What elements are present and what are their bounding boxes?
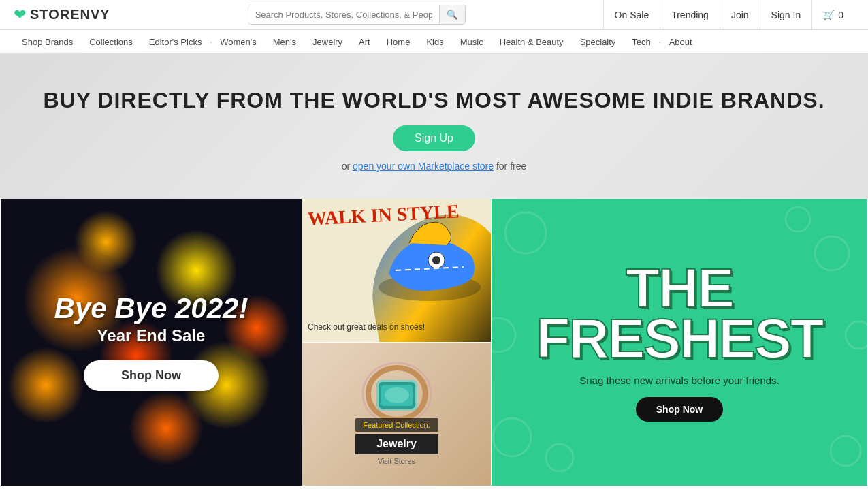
svg-point-8 — [546, 444, 573, 471]
hero-title: BUY DIRECTLY FROM THE WORLD'S MOST AWESO… — [43, 88, 824, 113]
svg-point-4 — [505, 212, 546, 253]
banner4-label: Featured Collection: — [355, 418, 438, 432]
nav-jewelry[interactable]: Jewelry — [304, 30, 351, 54]
banner3-subtitle: Snag these new arrivals before your frie… — [492, 375, 867, 386]
logo-icon: ❤ — [14, 6, 26, 24]
bye-bye-banner[interactable]: Bye Bye 2022! Year End Sale Shop Now — [1, 199, 302, 486]
nav-art[interactable]: Art — [351, 30, 379, 54]
svg-point-6 — [493, 418, 531, 456]
banner3-cta[interactable]: Shop Now — [636, 397, 723, 422]
signup-button[interactable]: Sign Up — [393, 125, 475, 151]
sign-in-link[interactable]: Sign In — [760, 0, 812, 30]
cart-count: 0 — [838, 10, 843, 20]
walk-in-style-banner[interactable]: WALK IN STYLE Check out great deals on s… — [302, 199, 491, 342]
nav-home[interactable]: Home — [379, 30, 419, 54]
top-right-nav: On Sale Trending Join Sign In 🛒 0 — [603, 0, 854, 30]
nav-health-beauty[interactable]: Health & Beauty — [492, 30, 572, 54]
cart-icon: 🛒 — [823, 10, 835, 20]
nav-about[interactable]: About — [661, 30, 701, 54]
ring-graphic — [359, 356, 434, 424]
nav-music[interactable]: Music — [452, 30, 492, 54]
banner3-title: THE FRESHEST — [492, 263, 867, 364]
banner4-title: Jewelry — [355, 434, 438, 454]
svg-point-9 — [786, 207, 810, 232]
cart[interactable]: 🛒 0 — [811, 0, 854, 30]
hero-sub-post: for free — [494, 161, 526, 172]
banner1-title: Bye Bye 2022! — [54, 294, 248, 324]
jewelry-banner[interactable]: Featured Collection: Jewelry Visit Store… — [302, 343, 491, 486]
banner4-cta: Visit Stores — [355, 457, 438, 465]
search-button[interactable]: 🔍 — [439, 5, 465, 24]
nav-tech[interactable]: Tech — [624, 30, 658, 54]
freshest-banner[interactable]: THE FRESHEST Snag these new arrivals bef… — [492, 199, 867, 486]
search-bar: 🔍 — [248, 5, 466, 25]
search-icon: 🔍 — [447, 10, 458, 20]
nav-kids[interactable]: Kids — [418, 30, 451, 54]
nav-collections[interactable]: Collections — [81, 30, 141, 54]
banner2-content: WALK IN STYLE — [308, 206, 460, 225]
svg-point-2 — [432, 256, 440, 264]
brand-name: STORENVY — [30, 7, 110, 22]
nav-mens[interactable]: Men's — [265, 30, 304, 54]
banner1-subtitle: Year End Sale — [54, 326, 248, 345]
search-input[interactable] — [248, 5, 439, 24]
banner2-subtitle: Check out great deals on shoes! — [308, 322, 425, 332]
nav-specialty[interactable]: Specialty — [572, 30, 624, 54]
main-navigation: Shop Brands Collections Editor's Picks •… — [0, 30, 868, 54]
banner1-content: Bye Bye 2022! Year End Sale Shop Now — [54, 294, 248, 391]
banner1-cta[interactable]: Shop Now — [84, 360, 219, 391]
svg-point-17 — [385, 387, 409, 403]
top-navigation: ❤ STORENVY 🔍 On Sale Trending Join Sign … — [0, 0, 868, 30]
logo[interactable]: ❤ STORENVY — [14, 6, 110, 24]
banner2-title: WALK IN STYLE — [307, 202, 460, 229]
on-sale-link[interactable]: On Sale — [603, 0, 660, 30]
shoe-img — [375, 212, 484, 308]
banners-section: Bye Bye 2022! Year End Sale Shop Now WAL… — [1, 199, 867, 486]
hero-subtitle: or open your own Marketplace store for f… — [342, 161, 527, 172]
trending-link[interactable]: Trending — [660, 0, 720, 30]
hero-section: BUY DIRECTLY FROM THE WORLD'S MOST AWESO… — [0, 54, 868, 199]
nav-shop-brands[interactable]: Shop Brands — [14, 30, 81, 54]
jewelry-content: Featured Collection: Jewelry Visit Store… — [355, 418, 438, 465]
join-link[interactable]: Join — [720, 0, 760, 30]
hero-sub-pre: or — [342, 161, 353, 172]
banner3-content: THE FRESHEST Snag these new arrivals bef… — [492, 263, 867, 422]
nav-editors-picks[interactable]: Editor's Picks — [141, 30, 210, 54]
nav-womens[interactable]: Women's — [212, 30, 265, 54]
marketplace-link[interactable]: open your own Marketplace store — [353, 161, 494, 172]
svg-point-7 — [831, 436, 861, 466]
